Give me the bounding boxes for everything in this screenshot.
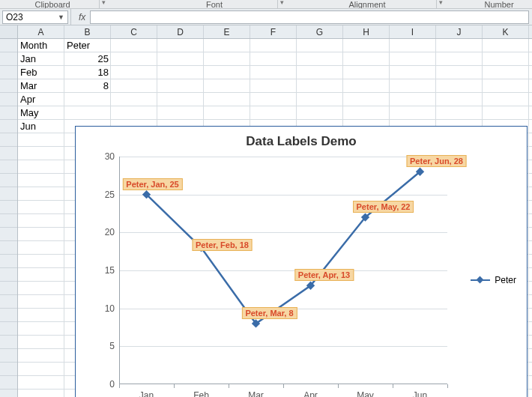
formula-bar-row: O23 ▼ fx <box>0 9 532 25</box>
y-axis-tick: 25 <box>105 190 115 200</box>
row-header[interactable] <box>0 336 17 349</box>
ribbon-dd-3[interactable]: ▾ <box>439 0 443 6</box>
legend-marker-icon <box>471 279 490 281</box>
row-header[interactable] <box>0 376 17 390</box>
y-axis-tick: 10 <box>105 303 115 314</box>
row-header[interactable] <box>0 79 17 93</box>
ribbon-label-clipboard: Clipboard <box>22 0 82 9</box>
row-header[interactable] <box>0 201 17 214</box>
formula-input[interactable] <box>90 10 529 24</box>
spreadsheet-grid[interactable]: Month Peter Jan 25 Feb 18 Mar 8 Apr May … <box>0 39 532 397</box>
x-axis-tick: Apr <box>303 390 318 397</box>
fx-icon[interactable]: fx <box>79 12 85 22</box>
chart-series-line[interactable] <box>119 157 447 384</box>
ribbon-dd-1[interactable]: ▾ <box>102 0 106 6</box>
cell-a1[interactable]: Month <box>18 39 64 52</box>
legend-label: Peter <box>495 275 516 285</box>
x-axis-tick: Mar <box>248 390 264 397</box>
row-header[interactable] <box>0 241 17 255</box>
y-axis-tick: 20 <box>105 227 115 237</box>
row-header[interactable] <box>0 228 17 241</box>
ribbon-group-labels: Clipboard ▾ Font ▾ Alignment ▾ Number <box>0 0 532 9</box>
row-header[interactable] <box>0 268 17 282</box>
row-header[interactable] <box>0 322 17 336</box>
y-axis-tick: 15 <box>105 265 115 276</box>
row-header[interactable] <box>0 93 17 106</box>
row-header[interactable] <box>0 160 17 174</box>
cell-b1[interactable]: Peter <box>64 39 111 52</box>
row-header[interactable] <box>0 349 17 363</box>
row-header[interactable] <box>0 363 17 376</box>
row-header[interactable] <box>0 309 17 322</box>
cell-b2[interactable]: 25 <box>64 52 111 66</box>
ribbon-label-number: Number <box>469 0 529 9</box>
row-header[interactable] <box>0 295 17 309</box>
column-header[interactable]: I <box>390 25 436 38</box>
row-header[interactable] <box>0 214 17 228</box>
column-header[interactable]: F <box>250 25 297 38</box>
column-header[interactable]: B <box>64 25 111 38</box>
ribbon-label-align: Alignment <box>337 0 397 9</box>
column-header[interactable]: J <box>436 25 483 38</box>
chart-data-label[interactable]: Peter, Apr, 13 <box>294 269 354 281</box>
cell-a6[interactable]: May <box>18 106 64 120</box>
row-header[interactable] <box>0 106 17 120</box>
x-axis-tick: May <box>357 390 374 397</box>
row-header[interactable] <box>0 133 17 147</box>
chart-data-label[interactable]: Peter, Feb, 18 <box>192 239 253 251</box>
row-header[interactable] <box>0 39 17 52</box>
chart-data-label[interactable]: Peter, Mar, 8 <box>241 307 297 319</box>
row-header[interactable] <box>0 174 17 187</box>
cells-area[interactable]: Month Peter Jan 25 Feb 18 Mar 8 Apr May … <box>18 39 532 397</box>
name-box[interactable]: O23 ▼ <box>2 10 68 24</box>
column-header[interactable]: G <box>297 25 343 38</box>
column-headers: ABCDEFGHIJK <box>0 25 532 39</box>
y-axis-tick: 0 <box>109 379 115 390</box>
row-headers <box>0 39 18 397</box>
chart-data-label[interactable]: Peter, Jun, 28 <box>406 155 467 167</box>
row-header[interactable] <box>0 282 17 295</box>
cell-a4[interactable]: Mar <box>18 79 64 93</box>
ribbon-label-font: Font <box>184 0 244 9</box>
chart-data-label[interactable]: Peter, Jan, 25 <box>122 178 182 190</box>
chart-title: Data Labels Demo <box>76 134 527 149</box>
row-header[interactable] <box>0 52 17 66</box>
row-header[interactable] <box>0 390 17 397</box>
chevron-down-icon[interactable]: ▼ <box>58 13 64 21</box>
row-header[interactable] <box>0 120 17 133</box>
select-all-corner[interactable] <box>0 25 18 38</box>
cell-a2[interactable]: Jan <box>18 52 64 66</box>
x-axis-tick: Feb <box>193 390 209 397</box>
row-header[interactable] <box>0 147 17 160</box>
column-header[interactable]: H <box>343 25 390 38</box>
x-axis-tick: Jun <box>413 390 427 397</box>
cell-a5[interactable]: Apr <box>18 93 64 106</box>
column-header[interactable]: D <box>157 25 204 38</box>
chart-data-label[interactable]: Peter, May, 22 <box>353 201 414 213</box>
cell-b4[interactable]: 8 <box>64 79 111 93</box>
ribbon-dd-2[interactable]: ▾ <box>280 0 284 6</box>
chart-legend[interactable]: Peter <box>471 275 516 285</box>
column-header[interactable]: E <box>204 25 250 38</box>
x-axis-tick: Jan <box>139 390 154 397</box>
cell-a3[interactable]: Feb <box>18 66 64 79</box>
column-header[interactable]: K <box>483 25 529 38</box>
name-box-value: O23 <box>6 12 23 22</box>
row-header[interactable] <box>0 255 17 268</box>
row-header[interactable] <box>0 187 17 201</box>
y-axis-tick: 30 <box>105 151 115 162</box>
row-header[interactable] <box>0 66 17 79</box>
cell-b3[interactable]: 18 <box>64 66 111 79</box>
column-header[interactable]: C <box>111 25 157 38</box>
chart-object[interactable]: Data Labels Demo 051015202530JanFebMarAp… <box>75 126 528 397</box>
cell-a7[interactable]: Jun <box>18 120 64 133</box>
plot-area[interactable]: 051015202530JanFebMarAprMayJunPeter, Jan… <box>119 157 447 384</box>
column-header[interactable]: A <box>18 25 64 38</box>
y-axis-tick: 5 <box>109 341 115 351</box>
